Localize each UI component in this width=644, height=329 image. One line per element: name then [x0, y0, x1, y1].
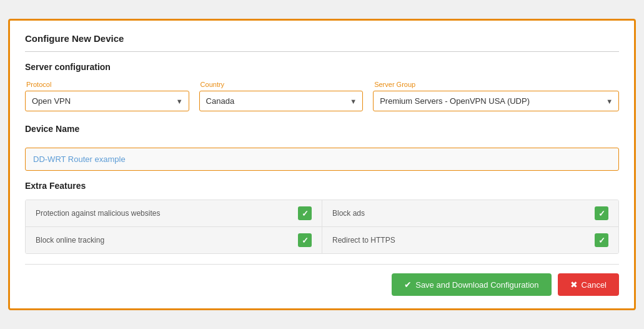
cancel-button-label: Cancel [582, 280, 607, 290]
server-group-select-wrapper: Premium Servers - OpenVPN USA (UDP) Stan… [373, 91, 619, 111]
features-grid: Protection against malicious websites Bl… [25, 200, 619, 254]
protocol-label: Protocol [25, 81, 189, 88]
server-group-field: Server Group Premium Servers - OpenVPN U… [373, 81, 619, 111]
feature-label-tracking: Block online tracking [36, 236, 104, 245]
server-group-label: Server Group [373, 81, 619, 88]
checkbox-tracking[interactable] [298, 233, 312, 247]
feature-row-2: Block online tracking Redirect to HTTPS [26, 227, 618, 253]
country-field: Country Canada United States United King… [199, 81, 364, 111]
feature-cell-https: Redirect to HTTPS [322, 227, 618, 253]
device-name-input[interactable] [25, 148, 619, 171]
device-name-title: Device Name [25, 124, 619, 134]
protocol-select-wrapper: Open VPN IKEv2 WireGuard ▼ [25, 91, 189, 111]
title-divider [25, 51, 619, 52]
protocol-field: Protocol Open VPN IKEv2 WireGuard ▼ [25, 81, 189, 111]
feature-cell-tracking: Block online tracking [26, 227, 322, 253]
protocol-select[interactable]: Open VPN IKEv2 WireGuard [25, 91, 189, 111]
configure-device-dialog: Configure New Device Server configuratio… [8, 19, 636, 310]
server-group-select[interactable]: Premium Servers - OpenVPN USA (UDP) Stan… [373, 91, 619, 111]
checkbox-protection[interactable] [298, 206, 312, 220]
feature-row-1: Protection against malicious websites Bl… [26, 200, 618, 227]
country-select-wrapper: Canada United States United Kingdom Germ… [199, 91, 364, 111]
cancel-button[interactable]: ✖ Cancel [558, 273, 619, 296]
extra-features-title: Extra Features [25, 181, 619, 191]
device-name-section: Device Name [25, 124, 619, 171]
footer-divider [25, 264, 619, 265]
dialog-title: Configure New Device [25, 33, 619, 44]
country-select[interactable]: Canada United States United Kingdom Germ… [199, 91, 364, 111]
extra-features-section: Extra Features Protection against malici… [25, 181, 619, 254]
feature-cell-block-ads: Block ads [322, 200, 618, 226]
feature-label-protection: Protection against malicious websites [36, 209, 160, 218]
feature-cell-protection: Protection against malicious websites [26, 200, 322, 226]
save-button-label: Save and Download Configuration [415, 280, 538, 290]
checkbox-block-ads[interactable] [595, 206, 608, 220]
server-config-row: Protocol Open VPN IKEv2 WireGuard ▼ Coun… [25, 81, 619, 111]
server-config-title: Server configuration [25, 62, 619, 72]
footer-buttons: ✔ Save and Download Configuration ✖ Canc… [25, 273, 619, 296]
feature-label-block-ads: Block ads [332, 209, 365, 218]
save-download-button[interactable]: ✔ Save and Download Configuration [392, 273, 551, 296]
feature-label-https: Redirect to HTTPS [332, 236, 395, 245]
checkbox-https[interactable] [595, 233, 608, 247]
country-label: Country [199, 81, 364, 88]
cancel-x-icon: ✖ [570, 280, 578, 290]
save-check-icon: ✔ [404, 280, 412, 290]
